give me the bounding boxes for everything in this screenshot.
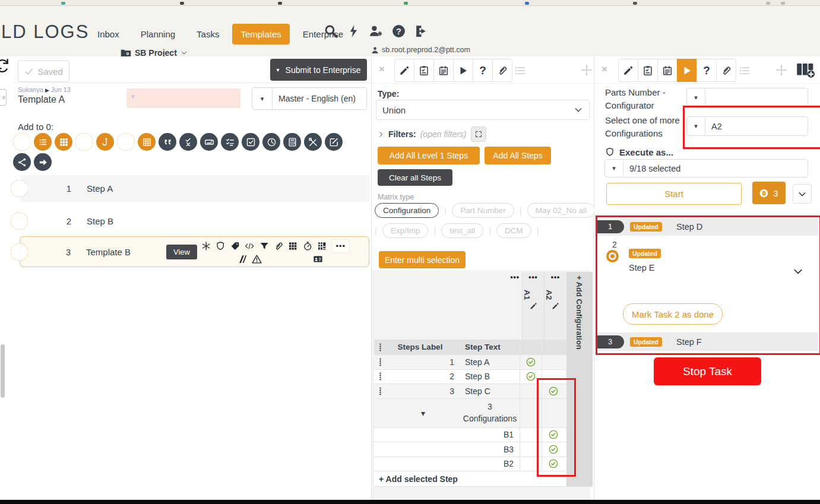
shield-icon[interactable] [216, 241, 225, 251]
check-x-icon[interactable] [179, 133, 197, 151]
step-row-3-selected[interactable]: 3 Template B View ••• [20, 236, 369, 267]
stop-task-button[interactable]: Stop Task [654, 357, 761, 385]
clipboard-icon[interactable] [117, 133, 135, 151]
move-handle-icon[interactable] [581, 64, 593, 78]
matrix-cell-a1-step-b[interactable] [520, 370, 542, 384]
step-row-1[interactable]: 1 Step A [21, 175, 370, 202]
ring-icon[interactable] [75, 133, 93, 151]
matrix-row-step-c[interactable]: 3Step C [374, 384, 593, 399]
matrix-chip-test-all[interactable]: test_all [441, 223, 483, 238]
edge-mini-button[interactable]: e [0, 89, 7, 106]
pencil-icon-button[interactable] [394, 59, 414, 82]
task-count-button[interactable]: 3 [752, 182, 786, 204]
pencil-icon-button[interactable] [618, 59, 638, 82]
user-settings-icon[interactable] [369, 24, 384, 39]
expand-tasks-button[interactable] [793, 184, 812, 204]
matrix-cell-a1-b2[interactable] [520, 457, 542, 471]
help-icon-button[interactable]: ? [696, 59, 717, 82]
add-selected-step-button[interactable]: + Add selected Step [374, 471, 593, 487]
matrix-row-b3[interactable]: B3 [374, 442, 593, 457]
matrix-cell-a1-b1[interactable] [520, 428, 542, 442]
filters-hint[interactable]: (open filters) [420, 129, 467, 139]
parts-number-dropdown[interactable]: ▾ [686, 88, 808, 107]
matrix-cell-a1-step-a[interactable] [520, 355, 542, 369]
execute-as-dropdown[interactable]: ▾ 9/18 selected [604, 159, 808, 177]
help-icon[interactable]: ? [391, 24, 406, 39]
pacman-icon[interactable] [13, 133, 31, 151]
logout-icon[interactable] [414, 24, 429, 39]
asterisk-icon[interactable] [201, 241, 211, 251]
nav-planning[interactable]: Planning [132, 24, 183, 45]
matrix-row-3-configurations[interactable]: ▾3 Configurations [374, 399, 593, 428]
share-icon[interactable] [13, 153, 31, 171]
expand-icon[interactable] [471, 126, 486, 142]
view-button[interactable]: View [166, 245, 197, 259]
column-a2-header[interactable]: ••• A2 [544, 272, 566, 340]
add-all-level1-button[interactable]: Add All Level 1 Steps [378, 147, 480, 164]
keyboard-icon[interactable] [200, 133, 218, 151]
notes-icon-button[interactable] [657, 59, 677, 82]
user-account[interactable]: sb.root.preprod.2@ptt.com [371, 46, 470, 54]
matrix-cell-a2-step-c[interactable] [542, 384, 564, 398]
matrix-cell-a2-b2[interactable] [542, 457, 564, 471]
clear-all-steps-button[interactable]: Clear all Steps [378, 169, 452, 186]
matrix-row-b1[interactable]: B1 [374, 428, 593, 443]
vertical-scrollbar-thumb[interactable] [1, 344, 5, 398]
start-button[interactable]: Start [606, 183, 742, 205]
checklist-icon[interactable] [221, 133, 239, 151]
tag-icon[interactable] [230, 241, 240, 251]
funnel-icon[interactable] [259, 241, 269, 251]
nav-inbox[interactable]: Inbox [89, 24, 128, 45]
arrow-right-icon[interactable] [34, 153, 52, 171]
notes-icon-button[interactable] [433, 59, 454, 82]
matrix-chip-dcm[interactable]: DCM [496, 223, 531, 238]
mark-task-done-button[interactable]: Mark Task 2 as done [623, 303, 723, 325]
matrix-row-step-b[interactable]: 2Step B [374, 370, 593, 385]
submit-to-enterprise-button[interactable]: ▾ Submit to Enterprise [270, 59, 367, 81]
add-configuration-button[interactable]: + Add Configuration [575, 275, 584, 350]
grip-icon[interactable] [374, 358, 386, 366]
close-icon[interactable]: × [601, 64, 607, 75]
lightning-icon[interactable] [346, 24, 361, 39]
grid9-icon[interactable] [288, 241, 297, 251]
clock-icon[interactable] [262, 133, 280, 151]
ellipsis-menu[interactable]: ••• [478, 273, 520, 281]
matrix-chip-part-number[interactable]: Part Number [452, 203, 514, 218]
task-row-step-d[interactable]: 1UpdatedStep D [596, 217, 818, 236]
edit-box-icon[interactable] [325, 133, 343, 151]
film-grid-icon[interactable] [138, 133, 156, 151]
chevron-right-icon[interactable] [378, 131, 384, 138]
quote-icon[interactable] [159, 133, 176, 151]
checkbox-icon[interactable] [242, 133, 259, 151]
id-card-icon[interactable] [313, 254, 323, 264]
type-select[interactable]: Union [376, 100, 590, 120]
close-icon[interactable]: × [379, 64, 385, 75]
matrix-cell-a2-3-configurations[interactable] [542, 399, 564, 427]
matrix-chip-may-02-no-all[interactable]: May 02_No all [527, 203, 595, 218]
language-dropdown[interactable]: ▾ Master - English (en) [252, 87, 367, 110]
help-icon-button[interactable]: ? [473, 59, 493, 82]
pencil-icon[interactable] [530, 302, 537, 310]
numbered-list-icon[interactable] [34, 133, 52, 151]
chevron-down-icon[interactable] [792, 265, 804, 277]
task-row-step-f[interactable]: 3UpdatedStep F [596, 332, 818, 351]
task-row-step-e-expanded[interactable]: 2UpdatedStep EMark Task 2 as done [596, 236, 818, 332]
play-icon-button[interactable] [677, 59, 697, 82]
column-a1-header[interactable]: ••• A1 [522, 272, 544, 340]
clipboard-check-icon-button[interactable] [414, 59, 434, 82]
matrix-cell-a1-b3[interactable] [520, 442, 542, 457]
configuration-dropdown[interactable]: ▾ A2 [686, 116, 808, 136]
add-all-steps-button[interactable]: Add All Steps [485, 147, 551, 164]
stopwatch-icon[interactable] [303, 241, 312, 251]
nav-tasks[interactable]: Tasks [188, 24, 227, 45]
search-icon[interactable] [324, 24, 338, 39]
ellipsis-menu[interactable]: ••• [523, 273, 544, 281]
move-handle-icon[interactable] [775, 64, 787, 78]
collapse-caret-icon[interactable]: ▾ [386, 408, 460, 418]
ellipsis-menu[interactable]: ••• [544, 273, 566, 281]
slashes-icon[interactable] [237, 254, 247, 264]
matrix-cell-a2-step-a[interactable] [542, 355, 564, 369]
matrix-chip-exp-imp[interactable]: Exp/Imp [382, 223, 429, 238]
grip-icon[interactable] [374, 343, 386, 351]
list-menu-icon[interactable] [739, 65, 751, 79]
